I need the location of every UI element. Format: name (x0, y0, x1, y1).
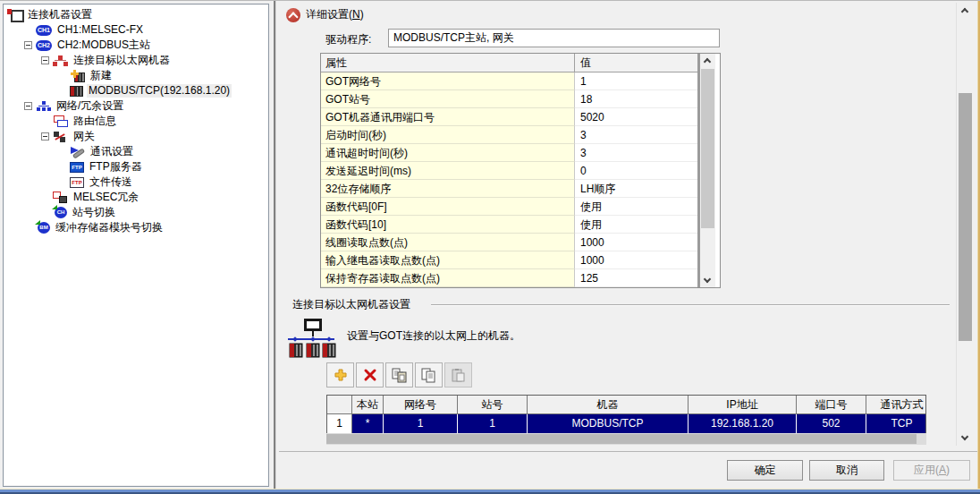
device-cell[interactable]: 1 (384, 414, 458, 433)
device-toolbar (326, 362, 472, 388)
scrollbar-thumb[interactable] (701, 69, 714, 228)
tree-item-label[interactable]: 站号切换 (71, 206, 117, 219)
property-value[interactable]: 3 (575, 144, 697, 162)
property-row: 函数代码[10]使用 (321, 216, 697, 234)
property-name: 32位存储顺序 (321, 180, 575, 198)
tree-item-label[interactable]: FTP服务器 (88, 160, 144, 174)
scroll-down-icon[interactable] (704, 276, 711, 283)
property-name: 保持寄存器读取点数(点) (321, 269, 575, 287)
row-number-cell[interactable]: 1 (327, 414, 352, 433)
hscrollbar-thumb[interactable] (326, 434, 917, 444)
column-header[interactable] (327, 396, 352, 414)
copy-icon (421, 368, 436, 383)
property-value[interactable]: 18 (575, 90, 697, 108)
property-value[interactable]: 125 (575, 269, 697, 287)
tree-item-label[interactable]: CH2:MODBUS主站 (55, 38, 152, 52)
tree-item-label[interactable]: 通讯设置 (89, 145, 135, 158)
driver-field[interactable]: MODBUS/TCP主站, 网关 (388, 29, 720, 47)
ch-badge-icon: CH2 (36, 40, 52, 51)
tree-item[interactable]: BM缓冲存储器模块号切换 (4, 220, 268, 235)
scroll-up-icon[interactable] (704, 58, 711, 65)
property-value[interactable]: 1 (575, 72, 697, 90)
tree-item[interactable]: FTP文件传送 (4, 175, 268, 190)
tree-item-label[interactable]: MODBUS/TCP(192.168.1.20) (87, 84, 232, 98)
tree-item-label[interactable]: 缓冲存储器模块号切换 (54, 221, 165, 234)
new-device-icon (70, 70, 85, 82)
attr-column-header[interactable]: 属性 (321, 54, 575, 72)
column-header[interactable]: 端口号 (797, 396, 866, 414)
column-header[interactable]: 本站 (352, 396, 384, 414)
tree-item-label[interactable]: 连接目标以太网机器 (72, 54, 172, 67)
tree-item-label[interactable]: 网络/冗余设置 (55, 99, 125, 113)
tree-item[interactable]: MELSEC冗余 (4, 190, 268, 205)
tree-item[interactable]: CH站号切换 (4, 205, 268, 220)
column-header[interactable]: 网络号 (384, 396, 458, 414)
collapse-box-icon[interactable] (24, 102, 32, 110)
panel-scrollbar[interactable] (956, 3, 974, 446)
property-row: 32位存储顺序LH顺序 (321, 180, 697, 198)
copy-paste-button[interactable] (385, 362, 413, 388)
tree-item-label[interactable]: 路由信息 (72, 115, 118, 128)
tree-item[interactable]: 网关 (4, 129, 268, 144)
scrollbar-thumb[interactable] (959, 93, 972, 341)
column-header[interactable]: IP地址 (689, 396, 797, 414)
tree-item[interactable]: 连接机器设置 (4, 7, 268, 22)
delete-device-button[interactable] (356, 362, 384, 388)
tree-item-label[interactable]: MELSEC冗余 (72, 191, 140, 204)
scroll-down-icon[interactable] (961, 433, 968, 440)
property-grid-scrollbar[interactable] (700, 54, 715, 287)
tree-item[interactable]: 网络/冗余设置 (4, 98, 268, 114)
device-cell[interactable]: MODBUS/TCP (528, 414, 689, 433)
device-cell[interactable]: TCP (866, 414, 926, 433)
device-table-row[interactable]: 1*11MODBUS/TCP192.168.1.20502TCP (327, 414, 926, 433)
collapse-box-icon[interactable] (41, 56, 49, 64)
column-header[interactable]: 机器 (528, 396, 689, 414)
device-table-hscrollbar[interactable] (326, 433, 926, 445)
driver-label: 驱动程序: (325, 32, 371, 47)
column-header[interactable]: 站号 (458, 396, 528, 414)
add-device-button[interactable] (326, 362, 354, 388)
tree-item[interactable]: 连接目标以太网机器 (4, 53, 268, 68)
tree-item[interactable]: 新建 (4, 68, 268, 83)
routing-icon (53, 115, 68, 128)
property-value[interactable]: 1000 (575, 251, 697, 269)
property-row: 保持寄存器读取点数(点)125 (321, 269, 697, 287)
settings-panel: 详细设置(N) 驱动程序: MODBUS/TCP主站, 网关 属性 值 GOT网… (279, 1, 980, 490)
property-value[interactable]: 使用 (575, 198, 697, 216)
device-cell[interactable]: 1 (458, 414, 528, 433)
property-value[interactable]: 3 (575, 126, 697, 144)
tree-item[interactable]: CH2CH2:MODBUS主站 (4, 38, 268, 53)
copy-button[interactable] (415, 362, 443, 388)
tree-item[interactable]: FTPFTP服务器 (4, 159, 268, 175)
tree-item-label[interactable]: 文件传送 (88, 175, 134, 189)
tree-item[interactable]: 通讯设置 (4, 144, 268, 159)
property-value[interactable]: 0 (575, 162, 697, 180)
collapse-box-icon[interactable] (41, 132, 49, 141)
property-value[interactable]: 使用 (575, 216, 697, 234)
property-row: 线圈读取点数(点)1000 (321, 234, 697, 251)
device-cell[interactable]: 502 (797, 414, 866, 433)
property-row: 函数代码[0F]使用 (321, 198, 697, 216)
tree-item[interactable]: 路由信息 (4, 114, 268, 129)
scroll-up-icon[interactable] (961, 8, 968, 15)
ok-button[interactable]: 确定 (727, 460, 803, 481)
tree-item-label[interactable]: 网关 (72, 130, 97, 143)
tree-item-label[interactable]: 连接机器设置 (26, 8, 94, 21)
tree-item[interactable]: MODBUS/TCP(192.168.1.20) (4, 83, 268, 98)
value-column-header[interactable]: 值 (575, 54, 697, 72)
tree-item[interactable]: CH1CH1:MELSEC-FX (4, 22, 268, 38)
tree-item-label[interactable]: 新建 (89, 69, 114, 82)
panel-splitter[interactable] (274, 1, 276, 490)
device-cell[interactable]: * (352, 414, 384, 433)
property-value[interactable]: 5020 (575, 108, 697, 126)
ftp-server-icon: FTP (70, 162, 84, 173)
collapse-chevron-icon[interactable] (286, 8, 300, 22)
cancel-button[interactable]: 取消 (809, 460, 884, 481)
collapse-box-icon[interactable] (24, 41, 32, 49)
device-cell[interactable]: 192.168.1.20 (689, 414, 797, 433)
property-value[interactable]: LH顺序 (575, 180, 697, 198)
property-row: 启动时间(秒)3 (321, 126, 697, 144)
tree-item-label[interactable]: CH1:MELSEC-FX (55, 23, 145, 37)
column-header[interactable]: 通讯方式 (866, 396, 926, 414)
property-value[interactable]: 1000 (575, 234, 697, 251)
